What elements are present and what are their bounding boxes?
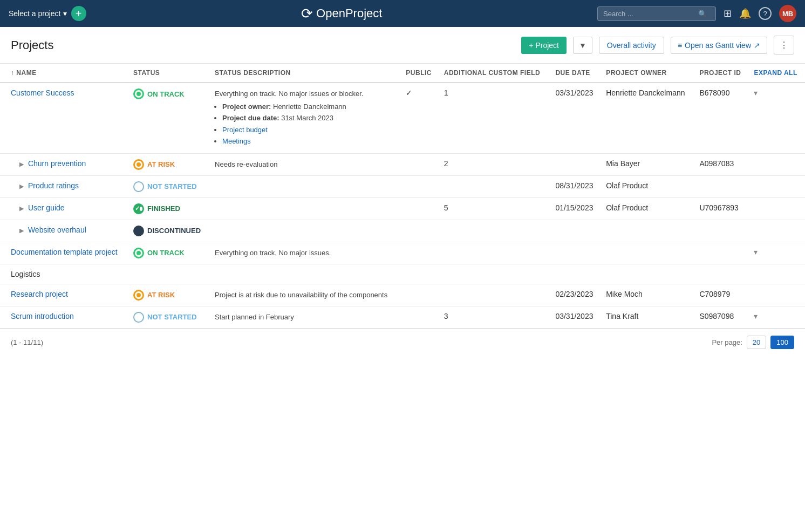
project-owner-cell: Mia Bayer bbox=[601, 153, 694, 175]
more-options-button[interactable]: ⋮ bbox=[774, 36, 794, 54]
page-content: Projects + Project ▼ Overall activity ≡ … bbox=[0, 27, 805, 532]
project-name-cell: ▶ User guide bbox=[0, 197, 128, 220]
project-id-cell: U70967893 bbox=[694, 197, 748, 220]
nav-right: 🔍 ⊞ 🔔 ? MB bbox=[597, 5, 796, 22]
expand-toggle-icon[interactable]: ▶ bbox=[19, 227, 24, 234]
product-ratings-link[interactable]: Product ratings bbox=[28, 181, 79, 190]
chevron-down-icon[interactable]: ▾ bbox=[754, 248, 758, 256]
public-cell bbox=[400, 175, 438, 197]
bell-icon[interactable]: 🔔 bbox=[739, 8, 751, 19]
status-desc: Needs re-evaluation bbox=[215, 160, 277, 168]
project-id-cell bbox=[694, 220, 748, 242]
research-project-link[interactable]: Research project bbox=[11, 290, 68, 298]
status-cell: NOT STARTED bbox=[128, 175, 209, 197]
project-owner-cell: Olaf Product bbox=[601, 175, 694, 197]
status-cell: DISCONTINUED bbox=[128, 220, 209, 242]
status-at-risk: AT RISK bbox=[133, 290, 204, 301]
gantt-view-button[interactable]: ≡ Open as Gantt view ↗ bbox=[671, 37, 767, 54]
select-project-button[interactable]: Select a project ▾ bbox=[9, 9, 67, 18]
status-finished: ✓ FINISHED bbox=[133, 203, 204, 214]
overall-activity-button[interactable]: Overall activity bbox=[599, 37, 664, 54]
status-cell: NOT STARTED bbox=[128, 306, 209, 328]
status-circle-on-track bbox=[133, 88, 144, 99]
filter-button[interactable]: ▼ bbox=[573, 37, 592, 54]
expand-toggle-icon[interactable]: ▶ bbox=[19, 205, 24, 212]
logo-text: OpenProject bbox=[316, 6, 382, 21]
logo: ⟳ OpenProject bbox=[301, 5, 382, 22]
user-guide-link[interactable]: User guide bbox=[28, 203, 65, 212]
external-link-icon: ↗ bbox=[754, 41, 760, 50]
col-expand-all[interactable]: EXPAND ALL bbox=[748, 64, 805, 83]
nav-left: Select a project ▾ + bbox=[9, 6, 86, 21]
table-row: Scrum introduction NOT STARTED Start pla… bbox=[0, 306, 805, 328]
per-page-label: Per page: bbox=[712, 338, 742, 346]
new-project-button[interactable]: + Project bbox=[521, 37, 567, 54]
logo-icon: ⟳ bbox=[301, 5, 313, 22]
status-on-track: ON TRACK bbox=[133, 248, 204, 258]
meetings-link[interactable]: Meetings bbox=[222, 137, 251, 145]
col-custom-field: ADDITIONAL CUSTOM FIELD bbox=[439, 64, 550, 83]
gantt-icon: ≡ bbox=[678, 41, 682, 50]
chevron-down-icon[interactable]: ▾ bbox=[754, 88, 758, 97]
custom-field-cell: 3 bbox=[439, 306, 550, 328]
expand-toggle-icon[interactable]: ▶ bbox=[19, 161, 24, 167]
search-icon: 🔍 bbox=[698, 10, 707, 18]
status-text: FINISHED bbox=[147, 204, 180, 213]
gantt-label: Open as Gantt view bbox=[685, 41, 751, 50]
project-owner-cell bbox=[601, 220, 694, 242]
chevron-down-icon[interactable]: ▾ bbox=[754, 312, 758, 320]
project-budget-link[interactable]: Project budget bbox=[222, 126, 268, 134]
status-desc-cell bbox=[209, 197, 400, 220]
project-owner-cell: Tina Kraft bbox=[601, 306, 694, 328]
avatar[interactable]: MB bbox=[779, 5, 796, 22]
expand-toggle-icon[interactable]: ▶ bbox=[19, 183, 24, 189]
status-desc: Everything on track. No major issues. bbox=[215, 249, 331, 257]
due-date-cell: 02/23/2023 bbox=[550, 284, 601, 306]
expand-cell bbox=[748, 197, 805, 220]
status-desc-cell bbox=[209, 175, 400, 197]
table-row: ▶ Product ratings NOT STARTED 08/31/2023… bbox=[0, 175, 805, 197]
search-input[interactable] bbox=[603, 10, 695, 18]
page-header: Projects + Project ▼ Overall activity ≡ … bbox=[0, 27, 805, 64]
status-circle-finished: ✓ bbox=[133, 203, 144, 214]
project-name-cell: ▶ Product ratings bbox=[0, 175, 128, 197]
nav-center: ⟳ OpenProject bbox=[93, 5, 591, 22]
status-desc-cell: Project is at risk due to unavailability… bbox=[209, 284, 400, 306]
scrum-introduction-link[interactable]: Scrum introduction bbox=[11, 312, 74, 320]
table-row: ▶ User guide ✓ FINISHED 5 01/15/2023 Ola… bbox=[0, 197, 805, 220]
status-circle-not-started bbox=[133, 181, 144, 192]
status-cell: AT RISK bbox=[128, 284, 209, 306]
chevron-down-icon: ▾ bbox=[63, 9, 67, 18]
status-circle-at-risk bbox=[133, 290, 144, 301]
per-page-20-button[interactable]: 20 bbox=[747, 336, 766, 349]
project-name-cell: Scrum introduction bbox=[0, 306, 128, 328]
custom-field-cell: 2 bbox=[439, 153, 550, 175]
status-text: ON TRACK bbox=[147, 249, 185, 257]
search-box[interactable]: 🔍 bbox=[597, 6, 716, 21]
col-name: ↑ NAME bbox=[0, 64, 128, 83]
due-date-cell: 01/15/2023 bbox=[550, 197, 601, 220]
due-date-cell: 03/31/2023 bbox=[550, 83, 601, 153]
table-row: ▶ Churn prevention AT RISK Needs re-eval… bbox=[0, 153, 805, 175]
churn-prevention-link[interactable]: Churn prevention bbox=[28, 159, 86, 168]
count-label: (1 - 11/11) bbox=[11, 338, 43, 346]
add-project-button[interactable]: + bbox=[71, 6, 86, 21]
website-overhaul-link[interactable]: Website overhaul bbox=[28, 226, 86, 234]
page-title: Projects bbox=[11, 38, 515, 52]
project-id-cell: S0987098 bbox=[694, 306, 748, 328]
status-cell: ON TRACK bbox=[128, 242, 209, 264]
status-circle-on-track bbox=[133, 248, 144, 258]
per-page-100-button[interactable]: 100 bbox=[770, 336, 794, 349]
status-not-started: NOT STARTED bbox=[133, 312, 204, 323]
status-text: ON TRACK bbox=[147, 90, 185, 98]
status-not-started: NOT STARTED bbox=[133, 181, 204, 192]
table-header: ↑ NAME STATUS STATUS DESCRIPTION PUBLIC … bbox=[0, 64, 805, 83]
project-id-cell: A0987083 bbox=[694, 153, 748, 175]
documentation-template-link[interactable]: Documentation template project bbox=[11, 248, 118, 256]
grid-icon[interactable]: ⊞ bbox=[724, 8, 732, 19]
status-cell: AT RISK bbox=[128, 153, 209, 175]
customer-success-link[interactable]: Customer Success bbox=[11, 88, 74, 97]
help-icon[interactable]: ? bbox=[759, 7, 772, 20]
status-desc-cell bbox=[209, 220, 400, 242]
due-date-cell bbox=[550, 153, 601, 175]
